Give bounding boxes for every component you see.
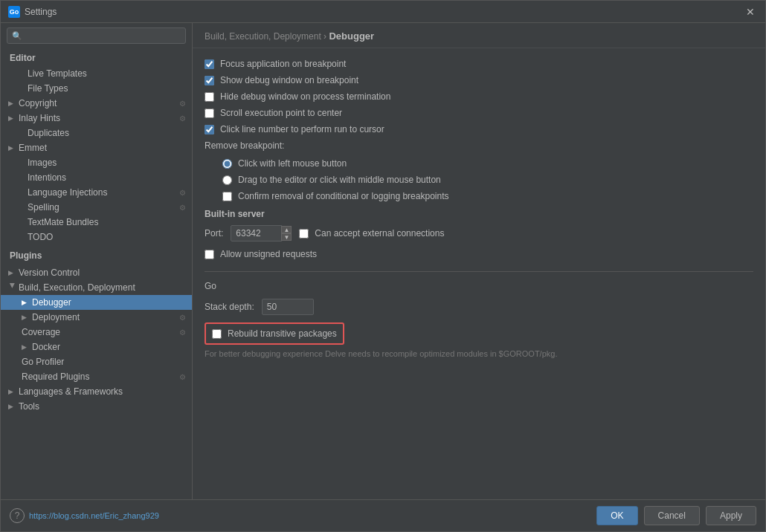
radio-click-left-label: Click with left mouse button bbox=[238, 158, 347, 169]
textmate-bundles-label: TextMate Bundles bbox=[28, 217, 98, 227]
sidebar-item-coverage[interactable]: Coverage ⚙ bbox=[1, 325, 192, 340]
radio-click-left: Click with left mouse button bbox=[222, 158, 753, 169]
main-content: 🔍 Editor Live Templates File Types ▶ Cop… bbox=[1, 23, 765, 499]
sidebar-item-duplicates[interactable]: Duplicates bbox=[1, 126, 192, 140]
sidebar-item-required-plugins[interactable]: Required Plugins ⚙ bbox=[1, 369, 192, 384]
sidebar-item-file-types[interactable]: File Types bbox=[1, 81, 192, 96]
radio-drag-editor-label: Drag to the editor or click with middle … bbox=[238, 175, 441, 185]
port-label: Port: bbox=[205, 228, 223, 239]
spelling-settings-icon: ⚙ bbox=[179, 204, 186, 212]
close-button[interactable]: ✕ bbox=[743, 4, 758, 19]
search-box: 🔍 bbox=[7, 27, 186, 44]
content-panel: Build, Execution, Deployment › Debugger … bbox=[193, 23, 765, 499]
editor-section: Editor Live Templates File Types ▶ Copyr… bbox=[1, 48, 192, 246]
sidebar-item-languages-frameworks[interactable]: ▶ Languages & Frameworks bbox=[1, 384, 192, 399]
debugger-arrow: ▶ bbox=[22, 299, 30, 306]
rebuild-row: Rebuild transitive packages bbox=[205, 322, 344, 345]
apply-button[interactable]: Apply bbox=[706, 506, 756, 525]
radio-click-left-input[interactable] bbox=[222, 159, 232, 169]
sidebar-item-textmate-bundles[interactable]: TextMate Bundles bbox=[1, 215, 192, 230]
ok-button[interactable]: OK bbox=[596, 506, 637, 525]
sidebar-item-images[interactable]: Images bbox=[1, 155, 192, 170]
copyright-arrow: ▶ bbox=[8, 100, 17, 107]
content-body: Focus application on breakpoint Show deb… bbox=[193, 48, 765, 499]
lang-inject-settings-icon: ⚙ bbox=[179, 189, 186, 197]
lf-label: Languages & Frameworks bbox=[19, 386, 123, 397]
search-icon: 🔍 bbox=[12, 31, 22, 41]
footer-link[interactable]: https://blog.csdn.net/Eric_zhang929 bbox=[29, 511, 159, 520]
deployment-arrow: ▶ bbox=[22, 314, 30, 321]
focus-app-checkbox[interactable] bbox=[205, 59, 214, 69]
sidebar-item-intentions[interactable]: Intentions bbox=[1, 170, 192, 185]
hide-debug-checkbox[interactable] bbox=[205, 92, 214, 102]
remove-breakpoint-label: Remove breakpoint: bbox=[205, 140, 753, 151]
search-input[interactable] bbox=[25, 30, 181, 41]
vc-label: Version Control bbox=[19, 267, 80, 278]
checkbox-focus-app: Focus application on breakpoint bbox=[205, 59, 753, 69]
allow-unsigned-checkbox[interactable] bbox=[205, 250, 214, 259]
rebuild-label: Rebuild transitive packages bbox=[228, 328, 337, 339]
sidebar-item-go-profiler[interactable]: Go Profiler bbox=[1, 354, 192, 369]
sidebar-item-todo[interactable]: TODO bbox=[1, 230, 192, 244]
sidebar-item-docker[interactable]: ▶ Docker bbox=[1, 340, 192, 354]
docker-label: Docker bbox=[32, 342, 60, 352]
tools-arrow: ▶ bbox=[8, 403, 17, 410]
sidebar-item-live-templates[interactable]: Live Templates bbox=[1, 66, 192, 81]
intentions-label: Intentions bbox=[28, 172, 66, 183]
stack-depth-input[interactable]: 50 bbox=[262, 299, 314, 315]
checkbox-show-debug: Show debug window on breakpoint bbox=[205, 75, 753, 85]
rebuild-checkbox[interactable] bbox=[212, 329, 222, 339]
scroll-exec-checkbox[interactable] bbox=[205, 108, 214, 118]
built-in-server-section: Built-in server Port: 63342 ▲ ▼ C bbox=[205, 209, 753, 259]
sidebar-item-version-control[interactable]: ▶ Version Control bbox=[1, 265, 192, 280]
rebuild-hint: For better debugging experience Delve ne… bbox=[205, 349, 753, 358]
sidebar-item-inlay-hints[interactable]: ▶ Inlay Hints ⚙ bbox=[1, 111, 192, 126]
sidebar-item-spelling[interactable]: Spelling ⚙ bbox=[1, 200, 192, 215]
show-debug-checkbox[interactable] bbox=[205, 76, 214, 85]
images-label: Images bbox=[28, 158, 57, 168]
port-input[interactable]: 63342 bbox=[231, 225, 283, 241]
help-icon[interactable]: ? bbox=[10, 508, 25, 523]
breadcrumb-current: Debugger bbox=[329, 30, 374, 42]
can-accept-row: Can accept external connections bbox=[299, 228, 444, 239]
footer-buttons: OK Cancel Apply bbox=[596, 506, 756, 525]
todo-label: TODO bbox=[28, 232, 53, 242]
show-debug-label: Show debug window on breakpoint bbox=[220, 75, 358, 85]
port-row: Port: 63342 ▲ ▼ Can accept external conn… bbox=[205, 225, 753, 241]
port-increment-btn[interactable]: ▲ bbox=[281, 226, 292, 233]
radio-drag-editor-input[interactable] bbox=[222, 175, 232, 185]
sidebar-item-language-injections[interactable]: Language Injections ⚙ bbox=[1, 185, 192, 200]
copyright-label: Copyright bbox=[19, 98, 57, 108]
can-accept-checkbox[interactable] bbox=[299, 229, 309, 239]
confirm-removal-label: Confirm removal of conditional or loggin… bbox=[238, 191, 448, 201]
debugger-label: Debugger bbox=[32, 297, 71, 308]
sidebar: 🔍 Editor Live Templates File Types ▶ Cop… bbox=[1, 23, 193, 499]
app-icon: Go bbox=[8, 6, 20, 18]
cancel-button[interactable]: Cancel bbox=[644, 506, 700, 525]
port-group: 63342 ▲ ▼ bbox=[231, 225, 292, 241]
inlay-hints-label: Inlay Hints bbox=[19, 113, 60, 123]
sidebar-item-debugger[interactable]: ▶ Debugger bbox=[1, 295, 192, 310]
sidebar-item-copyright[interactable]: ▶ Copyright ⚙ bbox=[1, 96, 192, 111]
built-in-server-label: Built-in server bbox=[205, 209, 753, 219]
required-plugins-label: Required Plugins bbox=[22, 372, 89, 382]
port-decrement-btn[interactable]: ▼ bbox=[281, 233, 292, 241]
file-types-label: File Types bbox=[28, 83, 68, 94]
sidebar-item-emmet[interactable]: ▶ Emmet bbox=[1, 140, 192, 155]
sidebar-item-deployment[interactable]: ▶ Deployment ⚙ bbox=[1, 310, 192, 325]
can-accept-label: Can accept external connections bbox=[315, 228, 444, 239]
sidebar-item-tools[interactable]: ▶ Tools bbox=[1, 399, 192, 414]
sidebar-item-build-exec[interactable]: ▶ Build, Execution, Deployment bbox=[1, 280, 192, 295]
duplicates-label: Duplicates bbox=[28, 128, 69, 138]
allow-unsigned-label: Allow unsigned requests bbox=[220, 249, 317, 259]
language-injections-label: Language Injections bbox=[28, 187, 107, 198]
click-line-checkbox[interactable] bbox=[205, 125, 214, 134]
checkbox-hide-debug: Hide debug window on process termination bbox=[205, 91, 753, 102]
radio-confirm-removal: Confirm removal of conditional or loggin… bbox=[222, 191, 753, 201]
emmet-arrow: ▶ bbox=[8, 144, 17, 152]
coverage-label: Coverage bbox=[22, 327, 60, 337]
confirm-removal-checkbox[interactable] bbox=[222, 192, 232, 201]
breadcrumb: Build, Execution, Deployment › Debugger bbox=[193, 23, 765, 48]
allow-unsigned-row: Allow unsigned requests bbox=[205, 249, 753, 259]
footer-left: ? https://blog.csdn.net/Eric_zhang929 bbox=[10, 508, 159, 523]
